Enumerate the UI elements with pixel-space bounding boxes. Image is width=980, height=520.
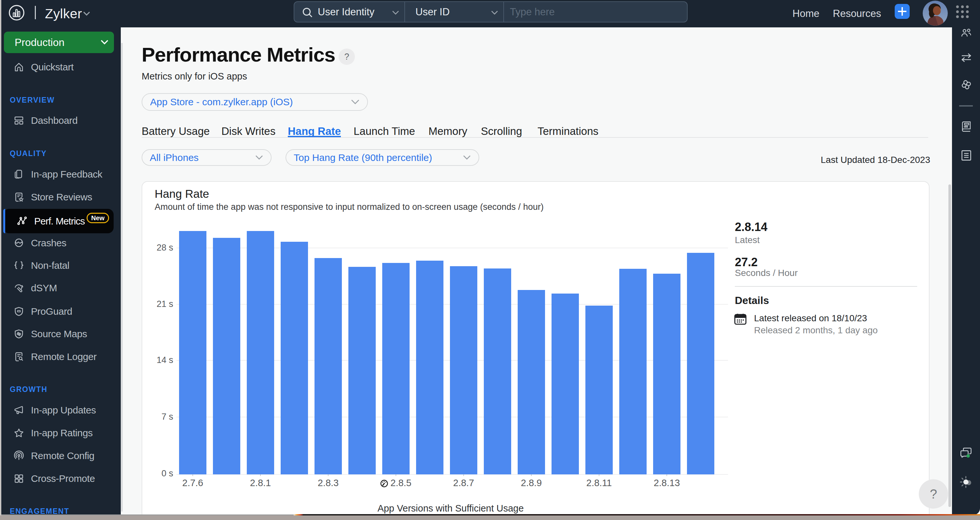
svg-text:A-Z: A-Z — [964, 126, 967, 128]
